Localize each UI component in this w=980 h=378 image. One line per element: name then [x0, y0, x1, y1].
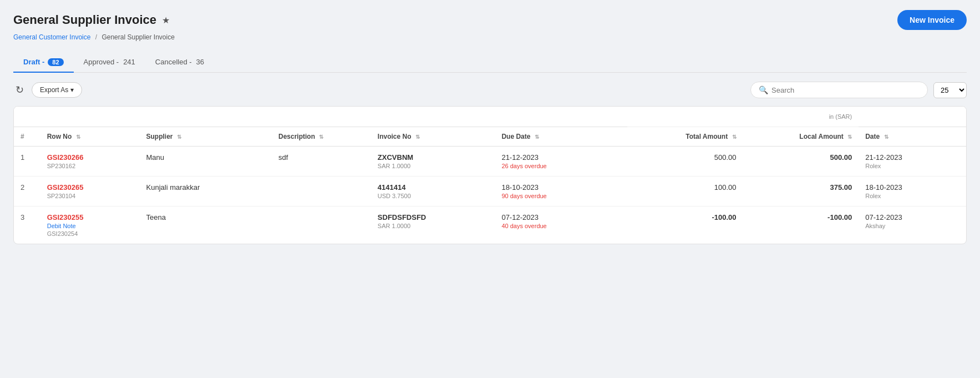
- local-amt-val-1: 375.00: [830, 183, 852, 191]
- rowno-sub-0: SP230162: [47, 163, 133, 169]
- cell-localamt-2: -100.00: [743, 206, 859, 244]
- date-val-1: 18-10-2023: [865, 183, 959, 191]
- due-date-val-0: 21-12-2023: [501, 153, 620, 162]
- col-header-supplier[interactable]: Supplier ⇅: [140, 127, 272, 147]
- tab-approved-label: Approved -: [84, 58, 119, 66]
- cell-description-0: sdf: [272, 147, 371, 177]
- refresh-button[interactable]: ↻: [13, 82, 26, 98]
- invoice-no-val-1: 4141414: [378, 183, 489, 191]
- page-size-select[interactable]: 10 25 50 100: [933, 82, 967, 98]
- col-header-hash: #: [14, 127, 40, 147]
- cell-rowno-1: GSI230265 SP230104: [40, 177, 140, 206]
- total-amt-val-1: 100.00: [714, 183, 737, 191]
- star-icon[interactable]: ★: [162, 15, 170, 26]
- cell-supplier-0: Manu: [140, 147, 272, 177]
- table-row: 2 GSI230265 SP230104 Kunjali marakkar 41…: [14, 177, 966, 206]
- cell-date-1: 18-10-2023 Rolex: [859, 177, 966, 206]
- cell-invoiceno-1: 4141414 USD 3.7500: [371, 177, 495, 206]
- breadcrumb-current: General Supplier Invoice: [101, 33, 174, 41]
- cell-localamt-0: 500.00: [743, 147, 859, 177]
- cell-invoiceno-0: ZXCVBNM SAR 1.0000: [371, 147, 495, 177]
- invoice-currency-1: USD 3.7500: [378, 193, 489, 199]
- export-as-button[interactable]: Export As ▾: [32, 82, 82, 98]
- breadcrumb: General Customer Invoice / General Suppl…: [13, 33, 967, 41]
- page-title: General Supplier Invoice: [13, 13, 156, 27]
- sort-icon-rowno: ⇅: [76, 134, 80, 140]
- cell-totalamt-0: 500.00: [627, 147, 743, 177]
- cell-totalamt-1: 100.00: [627, 177, 743, 206]
- sort-icon-supplier: ⇅: [177, 134, 181, 140]
- cell-num-2: 3: [14, 206, 40, 244]
- tab-draft-badge: 82: [48, 58, 63, 66]
- overdue-status-2: 40 days overdue: [501, 223, 620, 229]
- local-amt-val-2: -100.00: [827, 213, 852, 221]
- invoice-link-0[interactable]: GSI230266: [47, 153, 133, 162]
- cell-duedate-1: 18-10-2023 90 days overdue: [495, 177, 627, 206]
- invoice-link-1[interactable]: GSI230265: [47, 183, 133, 191]
- sort-icon-invoiceno: ⇅: [415, 134, 420, 140]
- total-amt-val-2: -100.00: [712, 213, 736, 221]
- cell-supplier-1: Kunjali marakkar: [140, 177, 272, 206]
- rowno-extra-label2-2: Debit Note: [47, 223, 133, 229]
- cell-num-1: 2: [14, 177, 40, 206]
- sort-icon-totalamt: ⇅: [732, 134, 737, 140]
- tab-draft-label: Draft -: [23, 58, 44, 66]
- sort-icon-description: ⇅: [319, 134, 323, 140]
- date-sub-2: Akshay: [865, 223, 959, 229]
- cell-duedate-0: 21-12-2023 26 days overdue: [495, 147, 627, 177]
- cell-description-1: [272, 177, 371, 206]
- invoices-table: in (SAR) # Row No ⇅ Supplier ⇅ Descripti…: [14, 107, 966, 244]
- tab-cancelled-count: 36: [196, 58, 204, 66]
- tab-draft[interactable]: Draft - 82: [13, 52, 74, 73]
- col-header-localamount[interactable]: Local Amount ⇅: [743, 127, 859, 147]
- date-sub-0: Rolex: [865, 163, 959, 169]
- table-row: 3 GSI230255 Debit Note GSI230254 Teena S…: [14, 206, 966, 244]
- cell-rowno-0: GSI230266 SP230162: [40, 147, 140, 177]
- col-header-totalamount[interactable]: Total Amount ⇅: [627, 127, 743, 147]
- date-val-0: 21-12-2023: [865, 153, 959, 162]
- sort-icon-duedate: ⇅: [535, 134, 539, 140]
- search-box: 🔍: [750, 82, 928, 98]
- tab-approved-count: 241: [123, 58, 135, 66]
- toolbar: ↻ Export As ▾ 🔍 10 25 50 100: [13, 82, 967, 98]
- new-invoice-button[interactable]: New Invoice: [897, 10, 967, 30]
- tabs-row: Draft - 82 Approved - 241 Cancelled - 36: [13, 52, 967, 73]
- table-row: 1 GSI230266 SP230162 Manu sdf ZXCVBNM SA…: [14, 147, 966, 177]
- cell-duedate-2: 07-12-2023 40 days overdue: [495, 206, 627, 244]
- cell-date-2: 07-12-2023 Akshay: [859, 206, 966, 244]
- rowno-sub-1: SP230104: [47, 193, 133, 199]
- cell-totalamt-2: -100.00: [627, 206, 743, 244]
- due-date-val-2: 07-12-2023: [501, 213, 620, 221]
- export-as-label: Export As: [40, 86, 68, 94]
- cell-date-0: 21-12-2023 Rolex: [859, 147, 966, 177]
- col-header-invoiceno[interactable]: Invoice No ⇅: [371, 127, 495, 147]
- col-header-duedate[interactable]: Due Date ⇅: [495, 127, 627, 147]
- tab-cancelled-label: Cancelled -: [155, 58, 192, 66]
- search-input[interactable]: [771, 86, 920, 94]
- overdue-status-0: 26 days overdue: [501, 163, 620, 169]
- tab-approved[interactable]: Approved - 241: [74, 52, 145, 73]
- in-sar-label: in (SAR): [627, 107, 859, 127]
- invoice-no-val-2: SDFDSFDSFD: [378, 213, 489, 221]
- date-val-2: 07-12-2023: [865, 213, 959, 221]
- cell-localamt-1: 375.00: [743, 177, 859, 206]
- total-amt-val-0: 500.00: [714, 153, 737, 162]
- local-amt-val-0: 500.00: [830, 153, 852, 162]
- invoice-no-val-0: ZXCVBNM: [378, 153, 489, 162]
- breadcrumb-separator: /: [95, 33, 97, 41]
- cell-rowno-2: GSI230255 Debit Note GSI230254: [40, 206, 140, 244]
- overdue-status-1: 90 days overdue: [501, 193, 620, 199]
- date-sub-1: Rolex: [865, 193, 959, 199]
- cell-num-0: 1: [14, 147, 40, 177]
- due-date-val-1: 18-10-2023: [501, 183, 620, 191]
- cell-description-2: [272, 206, 371, 244]
- col-header-rowno[interactable]: Row No ⇅: [40, 127, 140, 147]
- search-icon: 🔍: [759, 85, 768, 94]
- invoice-link-2[interactable]: GSI230255: [47, 213, 133, 221]
- rowno-sub-2: GSI230254: [47, 230, 133, 237]
- col-header-description[interactable]: Description ⇅: [272, 127, 371, 147]
- col-header-date[interactable]: Date ⇅: [859, 127, 966, 147]
- breadcrumb-parent-link[interactable]: General Customer Invoice: [13, 33, 90, 41]
- cell-invoiceno-2: SDFDSFDSFD SAR 1.0000: [371, 206, 495, 244]
- tab-cancelled[interactable]: Cancelled - 36: [145, 52, 214, 73]
